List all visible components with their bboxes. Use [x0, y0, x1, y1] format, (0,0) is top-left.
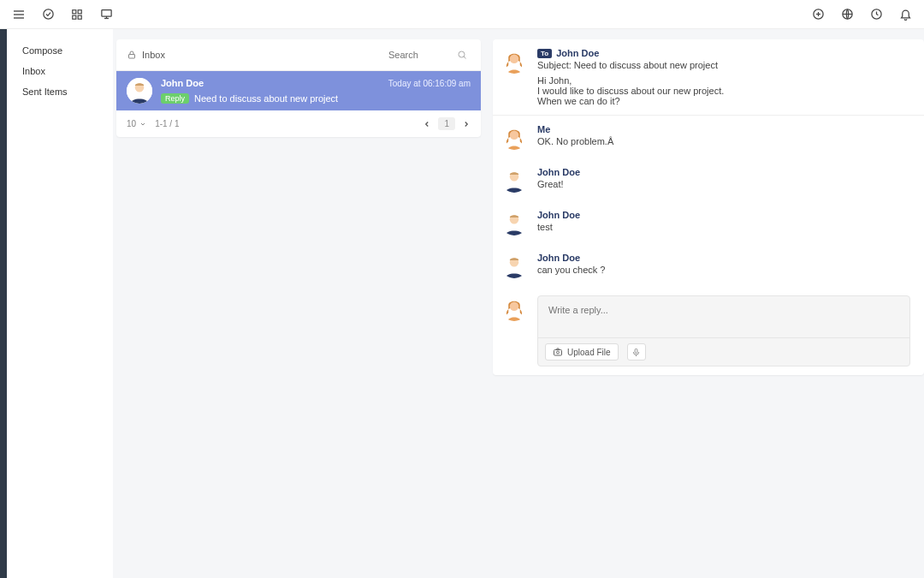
post-author: John Doe	[537, 253, 910, 263]
lock-icon	[127, 50, 137, 60]
reply-textarea[interactable]	[538, 296, 909, 337]
inbox-title: Inbox	[127, 50, 165, 60]
thread-post: Me OK. No problem.Â	[493, 116, 924, 158]
message-sender: John Doe	[161, 78, 204, 88]
thread-post: John Doe Great!	[493, 158, 924, 201]
post-body: can you check ?	[537, 265, 910, 275]
post-body: OK. No problem.Â	[537, 136, 910, 146]
inbox-panel: Inbox John D	[116, 39, 481, 137]
menu-icon[interactable]	[12, 8, 26, 21]
avatar	[127, 78, 152, 104]
current-page: 1	[438, 117, 455, 130]
thread-panel: To John Doe Subject: Need to discuss abo…	[493, 39, 924, 375]
upload-file-button[interactable]: Upload File	[545, 343, 619, 361]
post-body: Great!	[537, 179, 910, 189]
page-range: 1-1 / 1	[155, 119, 179, 128]
clock-icon[interactable]	[869, 8, 883, 21]
svg-rect-17	[129, 55, 135, 59]
message-subject: Need to discuss about new project	[194, 93, 338, 104]
post-author: John Doe	[537, 210, 910, 220]
avatar	[501, 124, 527, 150]
svg-rect-6	[73, 15, 76, 19]
svg-rect-36	[635, 349, 637, 353]
svg-rect-7	[78, 15, 81, 19]
sidebar-strip	[0, 29, 7, 578]
grid-icon[interactable]	[70, 8, 84, 21]
nav-inbox[interactable]: Inbox	[7, 61, 113, 81]
avatar	[501, 48, 527, 74]
avatar	[501, 253, 527, 278]
reply-composer: Upload File	[537, 295, 910, 366]
post-body: test	[537, 222, 910, 232]
svg-rect-4	[73, 9, 76, 13]
avatar	[501, 210, 527, 235]
app-header	[0, 0, 924, 29]
to-badge: To	[537, 49, 552, 58]
svg-point-3	[43, 9, 52, 19]
monitor-icon[interactable]	[99, 8, 113, 21]
message-time: Today at 06:16:09 am	[388, 79, 471, 88]
post-subject: Subject: Need to discuss about new proje…	[537, 60, 910, 70]
pagination: 10 1-1 / 1 1	[116, 110, 481, 137]
inbox-message-row[interactable]: John Doe Today at 06:16:09 am Reply Need…	[116, 71, 481, 110]
thread-post: John Doe can you check ?	[493, 244, 924, 287]
svg-rect-5	[78, 9, 81, 13]
post-body: Hi John, I would like to discuss about o…	[537, 75, 910, 106]
post-author: John Doe	[556, 48, 599, 58]
reply-badge: Reply	[161, 93, 189, 104]
svg-line-19	[464, 57, 466, 59]
mic-button[interactable]	[627, 343, 646, 361]
left-nav: Compose Inbox Sent Items	[7, 29, 113, 578]
svg-point-23	[510, 55, 519, 64]
svg-point-33	[510, 302, 519, 312]
next-page[interactable]	[462, 120, 471, 128]
per-page-selector[interactable]: 10	[127, 119, 146, 128]
prev-page[interactable]	[423, 120, 431, 128]
svg-rect-8	[101, 10, 110, 17]
svg-point-25	[510, 131, 519, 140]
chevron-down-icon	[139, 121, 146, 128]
check-circle-icon[interactable]	[41, 8, 55, 21]
svg-rect-34	[554, 350, 562, 356]
svg-point-18	[459, 51, 465, 57]
nav-compose[interactable]: Compose	[7, 40, 113, 61]
avatar	[501, 167, 527, 193]
svg-point-35	[557, 351, 560, 354]
camera-icon	[553, 347, 563, 357]
post-author: Me	[537, 124, 910, 134]
nav-sent-items[interactable]: Sent Items	[7, 81, 113, 102]
bell-icon[interactable]	[898, 8, 912, 21]
globe-icon[interactable]	[840, 8, 854, 21]
avatar	[501, 295, 527, 321]
plus-circle-icon[interactable]	[811, 8, 825, 21]
post-author: John Doe	[537, 167, 910, 177]
search-icon[interactable]	[457, 50, 467, 60]
thread-post: John Doe test	[493, 201, 924, 244]
thread-post: To John Doe Subject: Need to discuss abo…	[493, 39, 924, 116]
